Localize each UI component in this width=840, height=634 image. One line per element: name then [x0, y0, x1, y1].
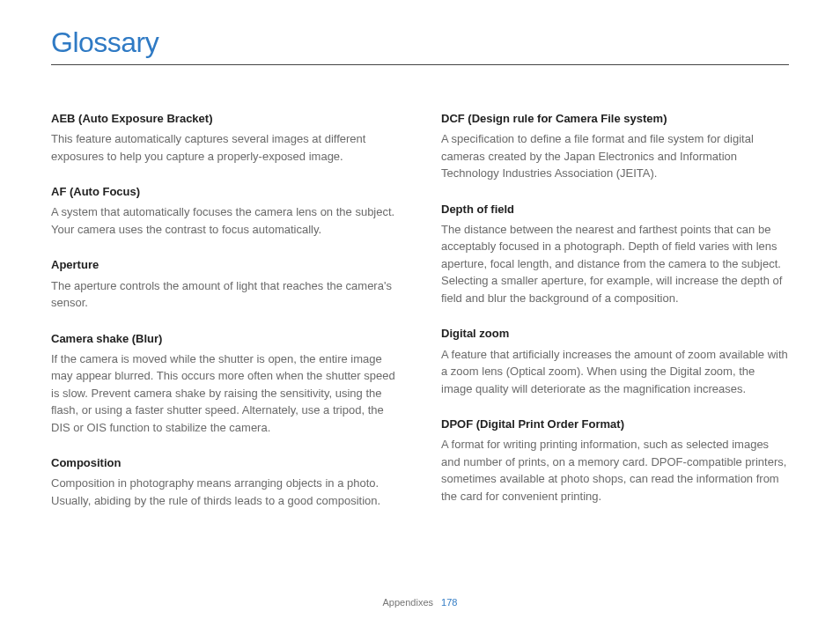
term: Depth of field — [441, 202, 789, 217]
glossary-entry: Depth of field The distance between the … — [441, 202, 789, 307]
page-footer: Appendixes 178 — [0, 597, 840, 608]
content-columns: AEB (Auto Exposure Bracket) This feature… — [51, 111, 789, 528]
term: Composition — [51, 455, 399, 471]
definition: The aperture controls the amount of ligh… — [51, 277, 399, 312]
glossary-entry: AF (Auto Focus) A system that automatica… — [51, 184, 399, 238]
term: AF (Auto Focus) — [51, 184, 399, 200]
glossary-entry: Digital zoom A feature that artificially… — [441, 326, 789, 397]
footer-page: 178 — [441, 597, 457, 608]
glossary-entry: Aperture The aperture controls the amoun… — [51, 257, 399, 311]
left-column: AEB (Auto Exposure Bracket) This feature… — [51, 111, 399, 528]
definition: If the camera is moved while the shutter… — [51, 350, 399, 437]
glossary-entry: DCF (Design rule for Camera File system)… — [441, 111, 789, 182]
term: Aperture — [51, 257, 399, 273]
glossary-entry: DPOF (Digital Print Order Format) A form… — [441, 417, 789, 505]
definition: A specification to define a file format … — [441, 130, 789, 182]
term: Digital zoom — [441, 326, 789, 342]
glossary-entry: Composition Composition in photography m… — [51, 455, 399, 509]
definition: The distance between the nearest and far… — [441, 221, 789, 307]
right-column: DCF (Design rule for Camera File system)… — [441, 111, 789, 528]
term: Camera shake (Blur) — [51, 331, 399, 347]
definition: A format for writing printing informatio… — [441, 436, 789, 505]
definition: A system that automatically focuses the … — [51, 203, 399, 238]
term: DPOF (Digital Print Order Format) — [441, 417, 789, 432]
term: AEB (Auto Exposure Bracket) — [51, 111, 399, 127]
glossary-entry: Camera shake (Blur) If the camera is mov… — [51, 331, 399, 437]
term: DCF (Design rule for Camera File system) — [441, 111, 789, 127]
page-title: Glossary — [51, 26, 789, 65]
definition: Composition in photography means arrangi… — [51, 475, 399, 509]
glossary-entry: AEB (Auto Exposure Bracket) This feature… — [51, 111, 399, 165]
footer-section: Appendixes — [383, 597, 434, 608]
definition: This feature automatically captures seve… — [51, 130, 399, 165]
definition: A feature that artificially increases th… — [441, 346, 789, 398]
